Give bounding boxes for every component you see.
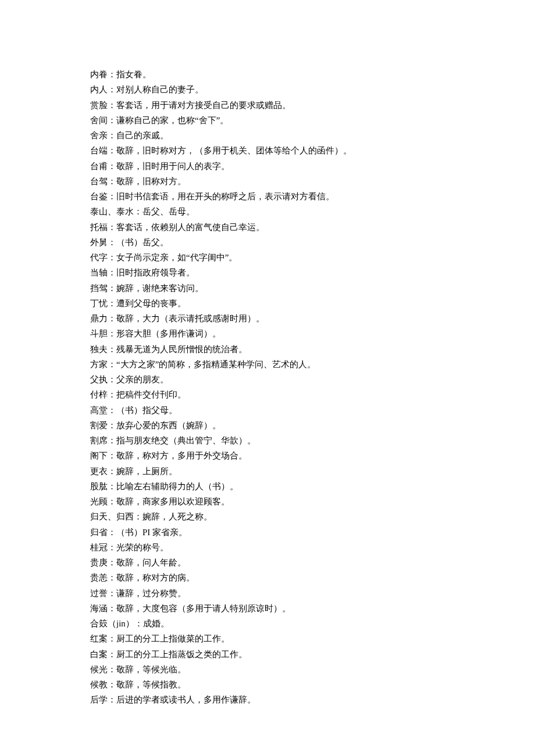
term-text: 海涵： bbox=[90, 604, 116, 613]
definition-text: 岳父、岳母。 bbox=[142, 207, 195, 216]
term-text: 内人： bbox=[90, 85, 116, 94]
glossary-entry: 外舅：（书）岳父。 bbox=[90, 235, 500, 250]
term-text: 候光： bbox=[90, 665, 116, 674]
term-text: 台甫： bbox=[90, 162, 116, 171]
definition-text: 谦辞，过分称赞。 bbox=[116, 589, 186, 598]
definition-text: 敬辞，称对方，多用于外交场合。 bbox=[116, 451, 247, 460]
definition-text: “大方之家”的简称，多指精通某种学问、艺术的人。 bbox=[116, 360, 316, 369]
glossary-entry: 过誉：谦辞，过分称赞。 bbox=[90, 586, 500, 601]
document-page: 内眷：指女眷。内人：对别人称自己的妻子。赏脸：客套话，用于请对方接受自己的要求或… bbox=[0, 0, 535, 743]
glossary-entry: 白案：厨工的分工上指蒸饭之类的工作。 bbox=[90, 647, 500, 662]
term-text: 贵恙： bbox=[90, 573, 116, 582]
term-text: 台驾： bbox=[90, 177, 116, 186]
definition-text: （书）PI 家省亲。 bbox=[116, 528, 187, 537]
term-text: 过誉： bbox=[90, 589, 116, 598]
glossary-entry: 泰山、泰水：岳父、岳母。 bbox=[90, 204, 500, 219]
definition-text: 女子尚示定亲，如“代字闺中”。 bbox=[116, 253, 237, 262]
definition-text: 厨工的分工上指做菜的工作。 bbox=[116, 634, 230, 643]
definition-text: 指女眷。 bbox=[116, 70, 151, 79]
term-text: 挡驾： bbox=[90, 284, 116, 293]
glossary-entry: 股肱：比喻左右辅助得力的人（书）。 bbox=[90, 479, 500, 494]
glossary-entry: 鼎力：敬辞，大力（表示请托或感谢时用）。 bbox=[90, 311, 500, 326]
term-text: 赏脸： bbox=[90, 101, 116, 110]
glossary-entry: 候光：敬辞，等候光临。 bbox=[90, 662, 500, 677]
definition-text: 旧时指政府领导者。 bbox=[116, 268, 195, 277]
glossary-entry: 台甫：敬辞，旧时用于问人的表字。 bbox=[90, 159, 500, 174]
term-text: 外舅： bbox=[90, 238, 116, 247]
term-text: 斗胆： bbox=[90, 329, 116, 338]
definition-text: 形容大胆（多用作谦词）。 bbox=[116, 329, 221, 338]
term-text: 阁下： bbox=[90, 451, 116, 460]
definition-text: 后进的学者或读书人，多用作谦辞。 bbox=[116, 695, 256, 704]
definition-text: 敬辞，等候指教。 bbox=[116, 680, 186, 689]
definition-text: 谦称自己的家，也称“舍下”。 bbox=[116, 116, 229, 125]
definition-text: （书）岳父。 bbox=[116, 238, 169, 247]
definition-text: 敬辞，大力（表示请托或感谢时用）。 bbox=[116, 314, 265, 323]
definition-text: 遭到父母的丧事。 bbox=[116, 299, 186, 308]
glossary-entry: 挡驾：婉辞，谢绝来客访问。 bbox=[90, 281, 500, 296]
term-text: 托福： bbox=[90, 223, 116, 232]
glossary-entry: 代字：女子尚示定亲，如“代字闺中”。 bbox=[90, 250, 500, 265]
glossary-entry: 当轴：旧时指政府领导者。 bbox=[90, 265, 500, 280]
glossary-entry: 割爱：放弃心爱的东西（婉辞）。 bbox=[90, 418, 500, 433]
definition-text: 成婚。 bbox=[143, 619, 169, 628]
glossary-entry: 父执：父亲的朋友。 bbox=[90, 372, 500, 387]
glossary-entry: 台驾：敬辞，旧称对方。 bbox=[90, 174, 500, 189]
term-text: 父执： bbox=[90, 375, 116, 384]
term-text: 付梓： bbox=[90, 390, 116, 399]
glossary-entry: 独夫：残暴无道为人民所憎恨的统治者。 bbox=[90, 342, 500, 357]
term-text: 丁忧： bbox=[90, 299, 116, 308]
definition-text: 敬辞，商家多用以欢迎顾客。 bbox=[116, 497, 230, 506]
definition-text: 敬辞，等候光临。 bbox=[116, 665, 186, 674]
definition-text: 敬辞，旧时用于问人的表字。 bbox=[116, 162, 230, 171]
glossary-entry: 更衣：婉辞，上厕所。 bbox=[90, 464, 500, 479]
definition-text: 婉辞，人死之称。 bbox=[142, 512, 212, 521]
glossary-entry: 舍亲：自己的亲戚。 bbox=[90, 128, 500, 143]
term-text: 舍亲： bbox=[90, 131, 116, 140]
definition-text: 旧时书信套语，用在开头的称呼之后，表示请对方看信。 bbox=[116, 192, 334, 201]
term-text: 舍间： bbox=[90, 116, 116, 125]
term-text: 台鉴： bbox=[90, 192, 116, 201]
term-text: 割爱： bbox=[90, 421, 116, 430]
definition-text: 婉辞，谢绝来客访问。 bbox=[116, 284, 204, 293]
glossary-entry: 光顾：敬辞，商家多用以欢迎顾客。 bbox=[90, 494, 500, 509]
definition-text: 对别人称自己的妻子。 bbox=[116, 85, 204, 94]
definition-text: 敬辞，旧时称对方，（多用于机关、团体等给个人的函件）。 bbox=[116, 146, 352, 155]
definition-text: 把稿件交付刊印。 bbox=[116, 390, 186, 399]
glossary-entry: 桂冠：光荣的称号。 bbox=[90, 540, 500, 555]
glossary-entry: 内眷：指女眷。 bbox=[90, 67, 500, 82]
term-text: 合笯（jin）： bbox=[90, 619, 143, 628]
definition-text: 光荣的称号。 bbox=[116, 543, 169, 552]
term-text: 代字： bbox=[90, 253, 116, 262]
definition-text: 敬辞，旧称对方。 bbox=[116, 177, 186, 186]
term-text: 光顾： bbox=[90, 497, 116, 506]
glossary-entry: 赏脸：客套话，用于请对方接受自己的要求或赠品。 bbox=[90, 98, 500, 113]
term-text: 割席： bbox=[90, 436, 116, 445]
definition-text: 放弃心爱的东西（婉辞）。 bbox=[116, 421, 221, 430]
term-text: 后学： bbox=[90, 695, 116, 704]
glossary-entry: 高堂：（书）指父母。 bbox=[90, 403, 500, 418]
definition-text: 客套话，依赖别人的富气使自己幸运。 bbox=[116, 223, 265, 232]
definition-text: 敬辞，称对方的病。 bbox=[116, 573, 195, 582]
definition-text: 婉辞，上厕所。 bbox=[116, 467, 177, 476]
definition-text: 厨工的分工上指蒸饭之类的工作。 bbox=[116, 650, 247, 659]
glossary-entry: 台端：敬辞，旧时称对方，（多用于机关、团体等给个人的函件）。 bbox=[90, 143, 500, 158]
glossary-entry: 台鉴：旧时书信套语，用在开头的称呼之后，表示请对方看信。 bbox=[90, 189, 500, 204]
definition-text: 指与朋友绝交（典出管宁、华歆）。 bbox=[116, 436, 256, 445]
term-text: 台端： bbox=[90, 146, 116, 155]
glossary-entry: 割席：指与朋友绝交（典出管宁、华歆）。 bbox=[90, 433, 500, 448]
term-text: 更衣： bbox=[90, 467, 116, 476]
glossary-entry: 托福：客套话，依赖别人的富气使自己幸运。 bbox=[90, 220, 500, 235]
glossary-entry: 舍间：谦称自己的家，也称“舍下”。 bbox=[90, 113, 500, 128]
term-text: 当轴： bbox=[90, 268, 116, 277]
glossary-entry: 丁忧：遭到父母的丧事。 bbox=[90, 296, 500, 311]
term-text: 归天、归西： bbox=[90, 512, 142, 521]
term-text: 方家： bbox=[90, 360, 116, 369]
glossary-entry: 内人：对别人称自己的妻子。 bbox=[90, 82, 500, 97]
glossary-entry: 候教：敬辞，等候指教。 bbox=[90, 677, 500, 692]
term-text: 独夫： bbox=[90, 345, 116, 354]
glossary-entry: 归省：（书）PI 家省亲。 bbox=[90, 525, 500, 540]
glossary-entry: 阁下：敬辞，称对方，多用于外交场合。 bbox=[90, 448, 500, 463]
term-text: 白案： bbox=[90, 650, 116, 659]
glossary-entry: 合笯（jin）：成婚。 bbox=[90, 616, 500, 631]
